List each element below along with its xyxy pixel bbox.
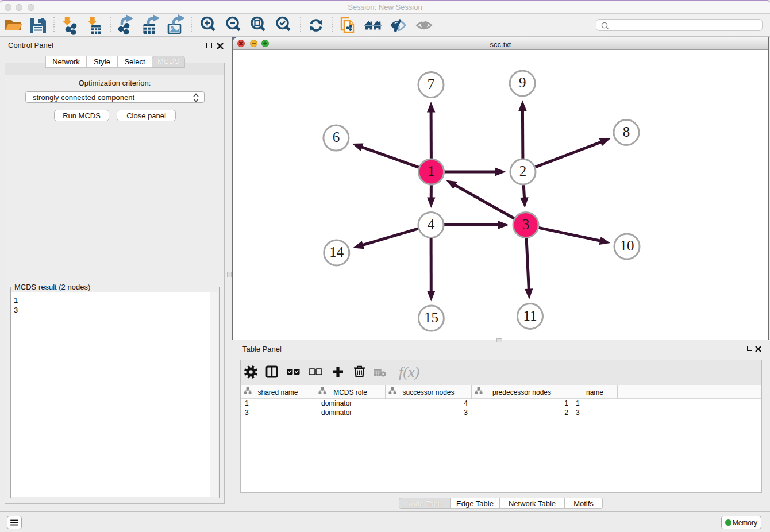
svg-text:3: 3 (522, 217, 530, 232)
svg-text:15: 15 (424, 310, 438, 325)
svg-text:8: 8 (623, 124, 630, 140)
svg-text:7: 7 (428, 76, 435, 92)
svg-text:6: 6 (333, 129, 340, 145)
svg-text:f(x): f(x) (399, 364, 419, 380)
svg-text:11: 11 (523, 308, 537, 323)
svg-text:4: 4 (428, 217, 435, 232)
svg-text:10: 10 (620, 238, 634, 253)
svg-text:9: 9 (519, 75, 526, 90)
svg-text:14: 14 (329, 244, 344, 260)
svg-text:1: 1 (428, 163, 435, 179)
svg-text:2: 2 (519, 163, 527, 179)
